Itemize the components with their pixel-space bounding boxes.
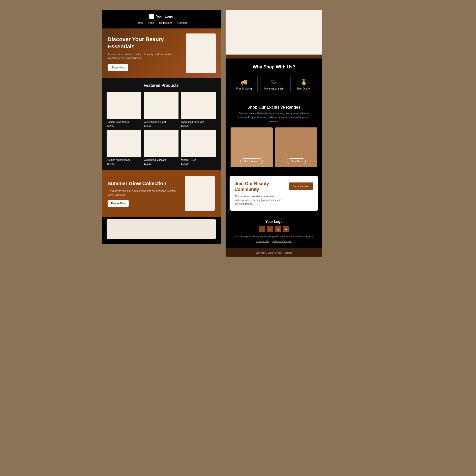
- product-price-0: $29.99: [107, 124, 141, 127]
- social-icons: f in ig tw: [231, 226, 317, 232]
- community-content: Join Our Beauty Community Sign up for ou…: [235, 181, 285, 206]
- feature-free-shipping: 🚚 Free Shipping: [231, 75, 258, 94]
- product-price-2: $24.99: [181, 124, 216, 127]
- summer-description: Get ready to shine all summer long with …: [108, 189, 181, 197]
- hero-image: [186, 33, 216, 73]
- feature-shipping-label: Free Shipping: [234, 87, 254, 90]
- facebook-icon[interactable]: f: [259, 226, 265, 232]
- feature-best-quality: 🏅 Best Quality: [290, 75, 317, 94]
- features-row: 🚚 Free Shipping 🛡 Money guarantee 🏅 Best…: [231, 75, 317, 94]
- hero-description: Explore our exclusive collection of beau…: [108, 53, 172, 60]
- community-description: Sign up for our newsletter to receive ex…: [235, 195, 285, 206]
- product-name-4: Volumizing Mascara: [144, 158, 178, 162]
- community-section: Join Our Beauty Community Sign up for ou…: [230, 176, 318, 211]
- feature-money-guarantee: 🛡 Money guarantee: [261, 75, 288, 94]
- product-card-5[interactable]: Mineral Blush $17.99: [181, 130, 216, 165]
- product-card-0[interactable]: Radiant Glow Serum $29.99: [107, 92, 141, 127]
- nav-links: Home Shop Collections Contact: [106, 21, 217, 24]
- quality-icon: 🏅: [294, 79, 314, 85]
- header: Your Logo Home Shop Collections Contact: [102, 10, 221, 29]
- products-grid: Radiant Glow Serum $29.99 Velvet Matte L…: [107, 92, 216, 165]
- product-name-2: Hydrating Facial Mist: [181, 120, 216, 124]
- footer-section: Your Logo f in ig tw Empowering your bea…: [226, 215, 322, 248]
- summer-title: Summer Glow Collection: [108, 180, 181, 187]
- product-price-5: $17.99: [181, 162, 216, 165]
- guarantee-icon: 🛡: [264, 79, 284, 85]
- product-image-5: [181, 130, 216, 157]
- ranges-grid: Shop Women Shop Men: [231, 127, 317, 167]
- shipping-icon: 🚚: [234, 79, 254, 85]
- unsubscribe-link[interactable]: Unsubscribe: [256, 240, 269, 243]
- summer-content: Summer Glow Collection Get ready to shin…: [108, 180, 181, 207]
- instagram-icon[interactable]: ig: [275, 226, 281, 232]
- ranges-section: Shop Our Exclusive Ranges Discover our c…: [226, 100, 322, 172]
- copyright-strip: Copyright © 2023. All Right Reserved: [226, 248, 322, 257]
- product-card-4[interactable]: Volumizing Mascara $21.99: [144, 130, 178, 165]
- feature-quality-label: Best Quality: [294, 87, 314, 90]
- why-shop-title: Why Shop With Us?: [231, 64, 317, 70]
- footer-links: Unsubscribe Update Preferences: [231, 240, 317, 243]
- product-card-3[interactable]: Nourish Night Cream $34.99: [107, 130, 141, 165]
- copyright-text: Copyright © 2023. All Right Reserved: [255, 252, 292, 254]
- product-name-3: Nourish Night Cream: [107, 158, 141, 162]
- subscribe-button[interactable]: Subscribe Now: [289, 182, 313, 190]
- product-image-1: [144, 92, 178, 119]
- product-image-0: [107, 92, 141, 119]
- why-shop-section: Why Shop With Us? 🚚 Free Shipping 🛡 Mone…: [226, 59, 322, 100]
- footer-banner-image: [107, 219, 216, 239]
- ranges-description: Discover our curated collections for eve…: [237, 112, 311, 123]
- product-name-0: Radiant Glow Serum: [107, 120, 141, 124]
- top-product-image: [226, 10, 322, 55]
- product-image-4: [144, 130, 178, 157]
- ranges-title: Shop Our Exclusive Ranges: [231, 105, 317, 110]
- update-preferences-link[interactable]: Update Preferences: [272, 240, 292, 243]
- shop-men-button[interactable]: Shop Men: [287, 158, 306, 164]
- product-price-3: $34.99: [107, 162, 141, 165]
- product-price-4: $21.99: [144, 162, 178, 165]
- explore-now-button[interactable]: Explore Now: [108, 200, 129, 207]
- nav-shop[interactable]: Shop: [148, 21, 154, 24]
- footer-banner-section: [102, 217, 221, 244]
- product-card-1[interactable]: Velvet Matte Lipstick $19.99: [144, 92, 178, 127]
- logo-icon: [149, 14, 154, 19]
- shop-now-button[interactable]: Shop Now: [108, 64, 128, 71]
- hero-content: Discover Your Beauty Essentials Explore …: [108, 36, 172, 71]
- product-card-2[interactable]: Hydrating Facial Mist $24.99: [181, 92, 216, 127]
- logo-text: Your Logo: [156, 14, 173, 18]
- twitter-icon[interactable]: tw: [283, 226, 289, 232]
- linkedin-icon[interactable]: in: [267, 226, 273, 232]
- summer-image: [185, 176, 215, 211]
- hero-section: Discover Your Beauty Essentials Explore …: [102, 29, 221, 78]
- summer-section: Summer Glow Collection Get ready to shin…: [102, 170, 221, 217]
- footer-tagline: Empowering your beauty journey with prem…: [231, 235, 317, 238]
- nav-collections[interactable]: Collections: [159, 21, 173, 24]
- range-men[interactable]: Shop Men: [275, 127, 317, 167]
- nav-home[interactable]: Home: [136, 21, 143, 24]
- featured-section: Featured Products Radiant Glow Serum $29…: [102, 78, 221, 170]
- product-image-3: [107, 130, 141, 157]
- footer-logo: Your Logo: [231, 220, 317, 224]
- featured-title: Featured Products: [107, 83, 216, 88]
- product-image-2: [181, 92, 216, 119]
- range-women[interactable]: Shop Women: [231, 127, 273, 167]
- community-title: Join Our Beauty Community: [235, 181, 285, 193]
- brown-strip-top: [226, 55, 322, 59]
- shop-women-button[interactable]: Shop Women: [240, 158, 263, 164]
- nav-contact[interactable]: Contact: [177, 21, 187, 24]
- logo-container: Your Logo: [106, 14, 217, 19]
- hero-title: Discover Your Beauty Essentials: [108, 36, 172, 50]
- feature-guarantee-label: Money guarantee: [264, 87, 284, 90]
- product-price-1: $19.99: [144, 124, 178, 127]
- product-name-5: Mineral Blush: [181, 158, 216, 162]
- product-name-1: Velvet Matte Lipstick: [144, 120, 178, 124]
